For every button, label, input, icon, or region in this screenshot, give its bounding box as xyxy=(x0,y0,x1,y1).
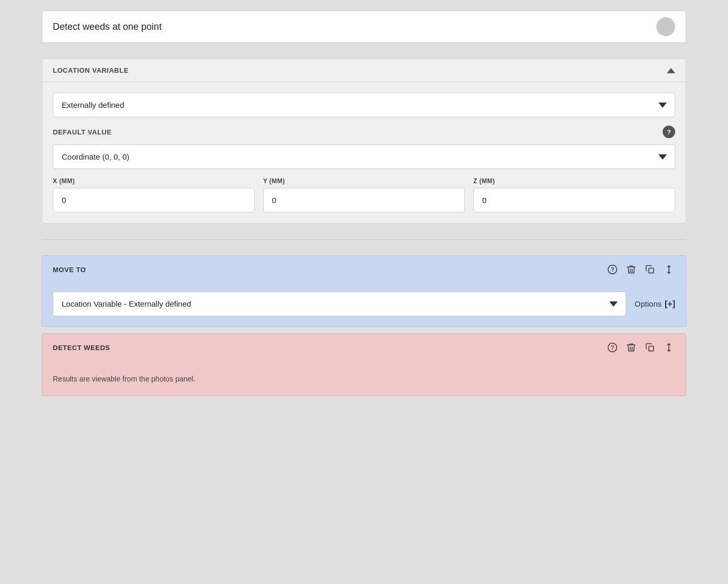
help-icon: ? xyxy=(607,264,618,275)
detect-weeds-title: DETECT WEEDS xyxy=(53,344,110,352)
z-label: Z (MM) xyxy=(473,177,675,185)
move-to-delete-button[interactable] xyxy=(625,263,638,276)
panel-header: LOCATION VARIABLE xyxy=(42,59,686,82)
detect-weeds-header: DETECT WEEDS ? xyxy=(42,334,686,361)
move-to-body: Location Variable - Externally defined O… xyxy=(42,283,686,327)
move-to-icons: ? xyxy=(606,263,675,276)
coordinate-select[interactable]: Coordinate (0, 0, 0) xyxy=(53,144,675,169)
location-type-select-wrapper: Externally defined xyxy=(53,93,675,117)
help-icon-2: ? xyxy=(607,342,618,353)
reorder-icon xyxy=(664,264,674,275)
panel-header-title: LOCATION VARIABLE xyxy=(53,66,129,74)
title-bar: Detect weeds at one point xyxy=(42,10,686,43)
trash-icon xyxy=(626,264,636,275)
copy-icon-2 xyxy=(645,342,655,353)
copy-icon xyxy=(645,264,655,275)
coord-inputs xyxy=(53,188,675,212)
coordinate-select-wrapper: Coordinate (0, 0, 0) xyxy=(53,144,675,169)
detect-weeds-copy-button[interactable] xyxy=(644,341,656,354)
detect-weeds-help-button[interactable]: ? xyxy=(606,341,619,354)
move-to-title: MOVE TO xyxy=(53,266,86,274)
move-to-reorder-button[interactable] xyxy=(663,263,675,276)
options-label: Options xyxy=(634,299,662,308)
options-button[interactable]: Options [+] xyxy=(634,299,675,309)
move-to-copy-button[interactable] xyxy=(644,263,656,276)
page-title: Detect weeds at one point xyxy=(53,21,162,32)
move-to-select[interactable]: Location Variable - Externally defined xyxy=(53,291,626,316)
coord-labels: X (MM) Y (MM) Z (MM) xyxy=(53,177,675,185)
detect-weeds-icons: ? xyxy=(606,341,675,354)
z-input[interactable] xyxy=(473,188,675,212)
divider xyxy=(42,239,686,240)
svg-rect-2 xyxy=(649,268,654,273)
close-button[interactable] xyxy=(656,17,675,36)
action-select-row: Location Variable - Externally defined O… xyxy=(53,291,675,316)
detect-weeds-reorder-button[interactable] xyxy=(663,341,675,354)
panel-body: Externally defined DEFAULT VALUE ? Coord… xyxy=(42,82,686,223)
collapse-icon[interactable] xyxy=(667,68,675,73)
y-input[interactable] xyxy=(263,188,465,212)
expand-icon: [+] xyxy=(665,299,675,309)
detect-weeds-body: Results are viewable from the photos pan… xyxy=(42,361,686,396)
detect-weeds-delete-button[interactable] xyxy=(625,341,638,354)
move-to-header: MOVE TO ? xyxy=(42,256,686,283)
svg-text:?: ? xyxy=(611,344,615,351)
default-value-row: DEFAULT VALUE ? xyxy=(53,126,675,138)
move-to-help-button[interactable]: ? xyxy=(606,263,619,276)
move-to-select-wrapper: Location Variable - Externally defined xyxy=(53,291,626,316)
move-to-block: MOVE TO ? xyxy=(42,255,686,327)
default-value-label: DEFAULT VALUE xyxy=(53,128,111,136)
x-label: X (MM) xyxy=(53,177,255,185)
svg-text:?: ? xyxy=(611,266,615,273)
default-value-help-icon[interactable]: ? xyxy=(663,126,675,138)
location-variable-panel: LOCATION VARIABLE Externally defined DEF… xyxy=(42,59,686,223)
svg-rect-5 xyxy=(649,346,654,351)
result-text: Results are viewable from the photos pan… xyxy=(53,369,675,385)
location-type-select[interactable]: Externally defined xyxy=(53,93,675,117)
trash-icon-2 xyxy=(626,342,636,353)
reorder-icon-2 xyxy=(664,342,674,353)
x-input[interactable] xyxy=(53,188,255,212)
detect-weeds-block: DETECT WEEDS ? xyxy=(42,333,686,396)
y-label: Y (MM) xyxy=(263,177,465,185)
